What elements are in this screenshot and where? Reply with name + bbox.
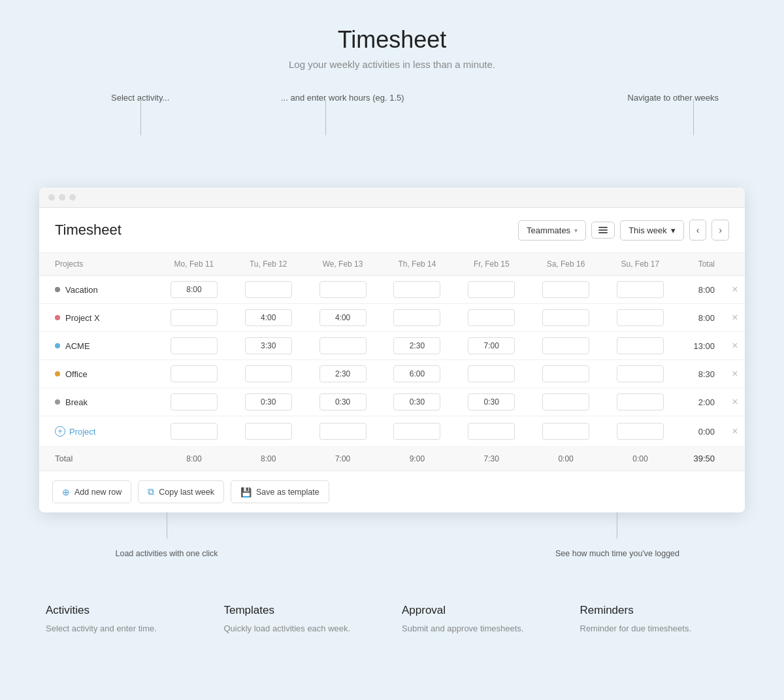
- time-cell-acme-day-3: [380, 332, 454, 360]
- time-cell-break-day-1: [231, 388, 306, 416]
- time-cell-vacation-day-4: [454, 276, 529, 304]
- time-input-acme-day-5[interactable]: [542, 337, 589, 354]
- time-input-office-day-3[interactable]: [393, 365, 440, 382]
- day-total-5: 0:00: [529, 447, 603, 471]
- day-total-4: 7:30: [454, 447, 529, 471]
- time-input-break-day-3[interactable]: [393, 393, 440, 410]
- bottom-line-left: [167, 512, 167, 539]
- delete-button-break[interactable]: ×: [730, 395, 739, 408]
- time-cell-acme-day-5: [529, 332, 603, 360]
- table-row: Vacation 8:00×: [39, 276, 745, 304]
- project-dot: [55, 315, 60, 320]
- time-input-vacation-day-5[interactable]: [542, 281, 589, 298]
- add-row-icon: ⊕: [62, 487, 70, 497]
- feature-title-approval: Approval: [402, 604, 561, 617]
- totals-row: Total8:008:007:009:007:300:000:0039:50: [39, 447, 745, 471]
- time-cell-acme-day-2: [306, 332, 380, 360]
- project-label: Break: [55, 397, 152, 407]
- time-input-project-x-day-0[interactable]: [171, 309, 218, 326]
- app-window: Timesheet Teammates ▾ This week ▾ ‹ ›: [39, 188, 745, 512]
- time-input-office-day-4[interactable]: [468, 365, 515, 382]
- delete-button-new-project[interactable]: ×: [730, 425, 739, 438]
- time-input-office-day-6[interactable]: [617, 365, 664, 382]
- time-input-new-project-day-2[interactable]: [319, 423, 367, 440]
- delete-cell-new-project: ×: [725, 416, 745, 447]
- time-input-project-x-day-3[interactable]: [393, 309, 440, 326]
- delete-button-vacation[interactable]: ×: [730, 283, 739, 296]
- time-input-project-x-day-4[interactable]: [468, 309, 515, 326]
- add-project-text: Project: [69, 427, 95, 437]
- time-input-office-day-0[interactable]: [171, 365, 218, 382]
- time-cell-break-day-2: [306, 388, 380, 416]
- time-input-new-project-day-4[interactable]: [468, 423, 515, 440]
- delete-button-office[interactable]: ×: [730, 367, 739, 380]
- time-input-vacation-day-4[interactable]: [468, 281, 515, 298]
- time-input-vacation-day-0[interactable]: [171, 281, 218, 298]
- time-input-acme-day-1[interactable]: [245, 337, 292, 354]
- row-total-break: 2:00: [678, 388, 725, 416]
- grand-total: 39:50: [678, 447, 725, 471]
- project-name: Project X: [65, 313, 100, 323]
- add-project-label[interactable]: + Project: [55, 426, 152, 437]
- time-input-acme-day-3[interactable]: [393, 337, 440, 354]
- table-row: + Project 0:00×: [39, 416, 745, 447]
- delete-cell-office: ×: [725, 360, 745, 388]
- time-input-project-x-day-1[interactable]: [245, 309, 292, 326]
- project-label: ACME: [55, 341, 152, 351]
- delete-button-acme[interactable]: ×: [730, 339, 739, 352]
- time-input-acme-day-0[interactable]: [171, 337, 218, 354]
- save-template-button[interactable]: 💾 Save as template: [231, 480, 329, 503]
- copy-last-week-button[interactable]: ⧉ Copy last week: [138, 480, 224, 503]
- row-total-office: 8:30: [678, 360, 725, 388]
- time-input-break-day-6[interactable]: [617, 393, 664, 410]
- time-input-office-day-2[interactable]: [319, 365, 367, 382]
- time-input-project-x-day-5[interactable]: [542, 309, 589, 326]
- teammates-button[interactable]: Teammates ▾: [518, 220, 586, 241]
- time-input-project-x-day-6[interactable]: [617, 309, 664, 326]
- time-input-vacation-day-6[interactable]: [617, 281, 664, 298]
- time-cell-new-project-day-1: [231, 416, 306, 447]
- time-cell-new-project-day-3: [380, 416, 454, 447]
- delete-button-project-x[interactable]: ×: [730, 311, 739, 324]
- time-input-acme-day-2[interactable]: [319, 337, 367, 354]
- this-week-label: This week: [629, 225, 667, 235]
- time-input-office-day-5[interactable]: [542, 365, 589, 382]
- prev-week-button[interactable]: ‹: [689, 220, 707, 241]
- next-week-button[interactable]: ›: [711, 220, 729, 241]
- time-input-break-day-0[interactable]: [171, 393, 218, 410]
- time-input-acme-day-4[interactable]: [468, 337, 515, 354]
- time-input-new-project-day-1[interactable]: [245, 423, 292, 440]
- project-dot: [55, 343, 60, 348]
- time-cell-project-x-day-3: [380, 304, 454, 332]
- feature-activities: Activities Select activity and enter tim…: [46, 604, 204, 635]
- delete-cell-vacation: ×: [725, 276, 745, 304]
- feature-desc-reminders: Reminder for due timesheets.: [580, 622, 739, 635]
- time-input-break-day-1[interactable]: [245, 393, 292, 410]
- time-input-new-project-day-5[interactable]: [542, 423, 589, 440]
- add-new-row-button[interactable]: ⊕ Add new row: [52, 480, 131, 503]
- totals-delete-spacer: [725, 447, 745, 471]
- this-week-button[interactable]: This week ▾: [620, 220, 684, 241]
- project-name: Vacation: [65, 285, 98, 295]
- col-header-total: Total: [678, 253, 725, 276]
- time-input-break-day-5[interactable]: [542, 393, 589, 410]
- time-input-new-project-day-6[interactable]: [617, 423, 664, 440]
- time-cell-project-x-day-5: [529, 304, 603, 332]
- feature-reminders: Reminders Reminder for due timesheets.: [580, 604, 739, 635]
- project-name: Break: [65, 397, 88, 407]
- chrome-dot-yellow: [59, 194, 65, 201]
- time-input-project-x-day-2[interactable]: [319, 309, 367, 326]
- time-input-break-day-4[interactable]: [468, 393, 515, 410]
- save-label: Save as template: [256, 488, 319, 497]
- time-input-vacation-day-1[interactable]: [245, 281, 292, 298]
- time-input-break-day-2[interactable]: [319, 393, 367, 410]
- time-input-new-project-day-0[interactable]: [171, 423, 218, 440]
- list-view-button[interactable]: [591, 222, 615, 239]
- time-input-acme-day-6[interactable]: [617, 337, 664, 354]
- time-input-new-project-day-3[interactable]: [393, 423, 440, 440]
- time-input-vacation-day-2[interactable]: [319, 281, 367, 298]
- time-input-vacation-day-3[interactable]: [393, 281, 440, 298]
- time-cell-project-x-day-6: [603, 304, 678, 332]
- col-header-tue: Tu, Feb 12: [231, 253, 306, 276]
- time-input-office-day-1[interactable]: [245, 365, 292, 382]
